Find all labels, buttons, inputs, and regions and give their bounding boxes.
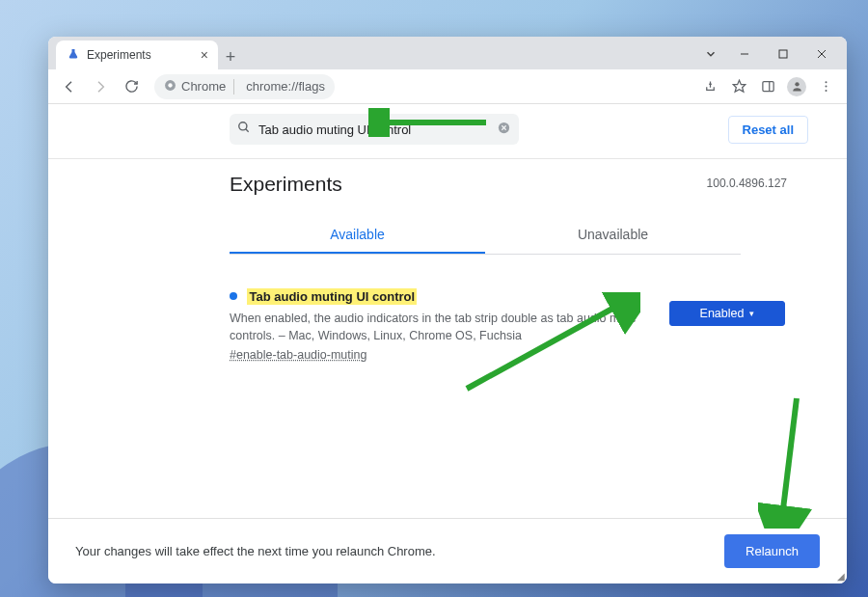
overflow-menu-icon[interactable]: [812, 73, 839, 100]
back-button[interactable]: [56, 73, 83, 100]
svg-marker-6: [733, 80, 746, 92]
svg-line-14: [246, 129, 249, 132]
profile-avatar[interactable]: [783, 73, 810, 100]
flag-hash-link[interactable]: #enable-tab-audio-muting: [230, 348, 366, 362]
window-controls: [696, 42, 841, 66]
close-window-button[interactable]: [802, 42, 841, 66]
svg-point-5: [168, 83, 172, 87]
reset-all-button[interactable]: Reset all: [728, 116, 808, 144]
page-body: Experiments 100.0.4896.127 Available Una…: [48, 159, 847, 518]
svg-point-10: [825, 81, 827, 83]
chrome-window: Experiments × +: [48, 37, 847, 583]
maximize-button[interactable]: [764, 42, 802, 66]
relaunch-button[interactable]: Relaunch: [724, 534, 820, 568]
search-icon: [237, 121, 251, 138]
footer-message: Your changes will take effect the next t…: [75, 544, 436, 558]
forward-button[interactable]: [87, 73, 114, 100]
flag-item: Tab audio muting UI control When enabled…: [230, 287, 793, 363]
address-bar[interactable]: Chrome chrome://flags: [154, 74, 335, 99]
browser-toolbar: Chrome chrome://flags: [48, 69, 847, 104]
clear-search-icon[interactable]: [497, 121, 511, 138]
address-path: chrome://flags: [240, 79, 325, 94]
reload-button[interactable]: [118, 73, 145, 100]
close-tab-icon[interactable]: ×: [201, 47, 208, 63]
chevron-down-icon: ▾: [749, 309, 754, 318]
flask-icon: [68, 48, 79, 63]
search-row: Reset all: [48, 104, 847, 159]
search-input[interactable]: [258, 122, 489, 137]
resize-grip-icon: ◢: [837, 571, 845, 582]
minimize-button[interactable]: [725, 42, 764, 66]
search-box[interactable]: [230, 114, 519, 145]
svg-point-12: [825, 90, 827, 92]
side-panel-icon[interactable]: [754, 73, 781, 100]
svg-point-11: [825, 86, 827, 88]
browser-tab[interactable]: Experiments ×: [56, 41, 218, 69]
flag-title: Tab audio muting UI control: [247, 288, 417, 305]
bookmark-star-icon[interactable]: [725, 73, 752, 100]
address-scheme: Chrome: [181, 79, 226, 94]
flag-state-dropdown[interactable]: Enabled ▾: [669, 301, 785, 326]
svg-rect-1: [779, 50, 787, 58]
flag-state-value: Enabled: [700, 307, 745, 320]
flag-bullet-icon: [230, 292, 237, 300]
svg-rect-7: [762, 82, 773, 92]
tab-available[interactable]: Available: [230, 217, 485, 254]
footer-bar: Your changes will take effect the next t…: [48, 518, 847, 583]
version-label: 100.0.4896.127: [707, 176, 787, 190]
flag-description: When enabled, the audio indicators in th…: [230, 311, 646, 344]
svg-point-9: [795, 82, 799, 86]
new-tab-button[interactable]: +: [218, 44, 243, 69]
tab-search-chevron-icon[interactable]: [696, 42, 725, 66]
svg-point-13: [239, 122, 247, 130]
tab-strip: Experiments × +: [48, 37, 847, 69]
share-icon[interactable]: [696, 73, 723, 100]
chrome-logo-icon: [164, 79, 176, 95]
page-content: Reset all Experiments 100.0.4896.127 Ava…: [48, 104, 847, 583]
tab-unavailable[interactable]: Unavailable: [485, 217, 741, 254]
subtabs: Available Unavailable: [230, 217, 741, 255]
tab-title: Experiments: [87, 48, 151, 62]
